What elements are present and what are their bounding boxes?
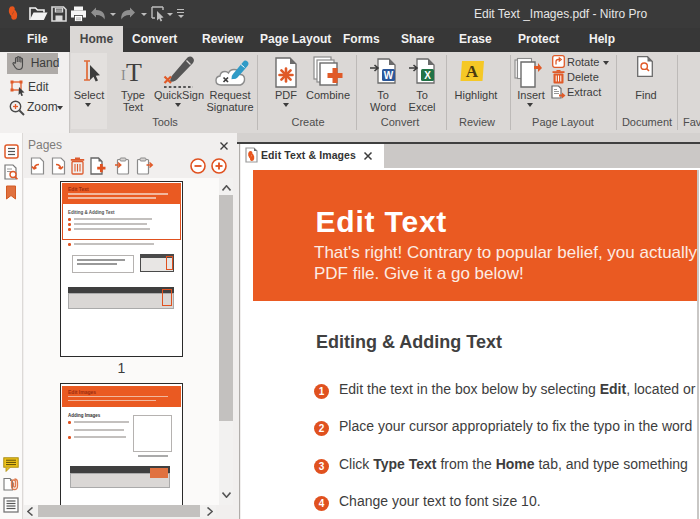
svg-text:X: X bbox=[424, 70, 431, 81]
svg-text:W: W bbox=[384, 70, 394, 81]
svg-text:A: A bbox=[466, 62, 479, 81]
svg-text:T: T bbox=[126, 60, 142, 83]
